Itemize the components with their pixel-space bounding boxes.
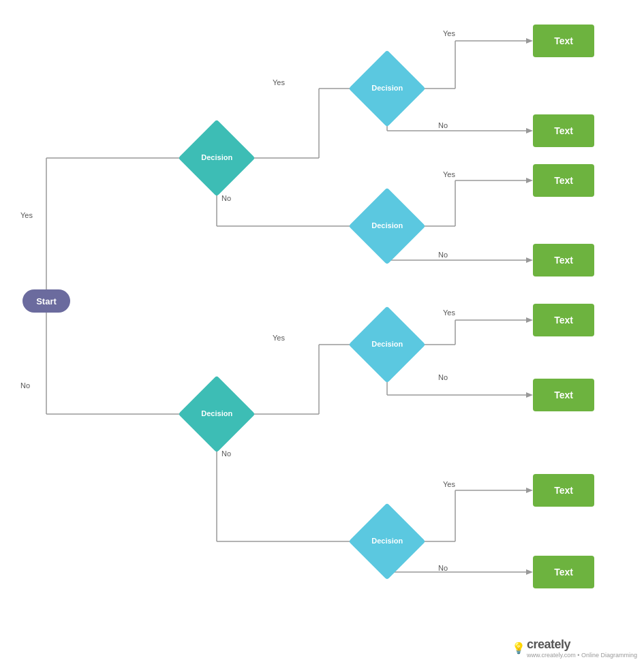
decision1-node: Decision [178,119,255,196]
svg-marker-40 [526,392,533,398]
svg-marker-16 [526,38,533,44]
text-node-2: Text [533,114,594,147]
svg-marker-37 [526,317,533,323]
label-no-d4t: No [438,373,448,381]
label-yes-d4b: Yes [443,480,455,488]
label-no-d3: No [221,449,231,458]
label-no-d2b: No [438,251,448,259]
text-node-1: Text [533,25,594,57]
label-yes-start: Yes [20,211,33,219]
decision2-bot-node: Decision [348,187,425,264]
creately-logo-icon: 💡 creately www.creately.com • Online Dia… [512,637,637,659]
decision4-top-node: Decision [348,306,425,383]
text-node-5: Text [533,304,594,336]
label-no-start: No [20,381,30,390]
text-node-7: Text [533,474,594,507]
label-no-d1: No [221,194,231,202]
label-no-d2t: No [438,121,448,129]
label-yes-d2t: Yes [443,29,455,37]
text-node-3: Text [533,164,594,197]
svg-marker-23 [526,178,533,183]
flowchart-diagram: Start Yes No Decision Yes No Decision Ye… [0,0,644,664]
decision4-bot-node: Decision [348,503,425,580]
svg-marker-44 [526,488,533,493]
label-yes-d1: Yes [273,78,285,86]
decision2-top-node: Decision [348,50,425,127]
svg-marker-19 [526,128,533,133]
label-yes-d4t: Yes [443,309,455,317]
svg-marker-26 [526,257,533,263]
text-node-4: Text [533,244,594,276]
label-yes-d3: Yes [273,334,285,342]
footer: 💡 creately www.creately.com • Online Dia… [512,637,637,659]
label-yes-d2b: Yes [443,170,455,178]
decision3-node: Decision [178,375,255,452]
text-node-8: Text [533,556,594,588]
svg-marker-47 [526,569,533,575]
start-node: Start [22,289,70,313]
label-no-d4b: No [438,564,448,572]
text-node-6: Text [533,379,594,411]
